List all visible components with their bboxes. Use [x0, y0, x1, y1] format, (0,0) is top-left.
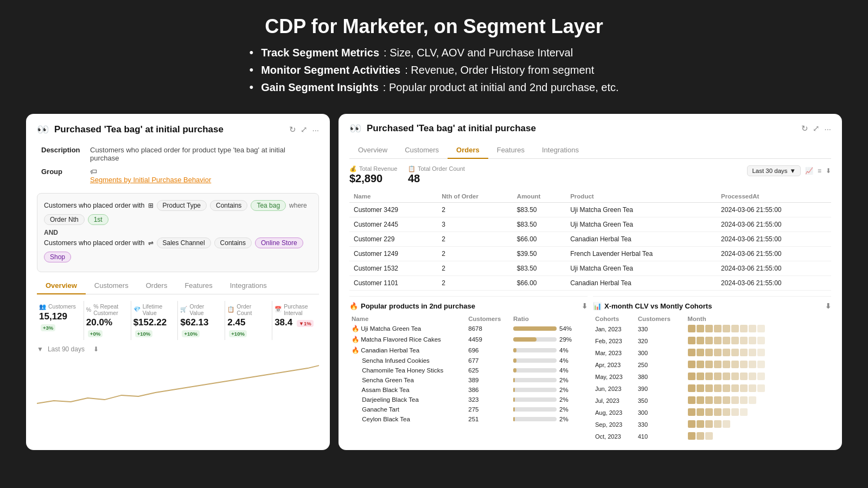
cohort-cell-empty: [766, 337, 774, 344]
filter2-value1: Online Store: [255, 237, 303, 248]
cohort-cell-empty: [757, 408, 765, 416]
metric-label-text-1: % Repeat Customer: [93, 303, 125, 316]
chart-toggle-icon[interactable]: 📈: [805, 167, 813, 175]
refresh-icon[interactable]: ↻: [289, 125, 296, 134]
total-revenue-metric: 💰 Total Revenue $2,890: [349, 165, 398, 185]
cohort-cell-empty: [731, 432, 739, 440]
cohort-cell: [723, 361, 730, 368]
filter1-order-label: Order Nth: [44, 214, 85, 225]
cohort-cell: [731, 396, 739, 404]
tab-integrations[interactable]: Integrations: [221, 278, 276, 294]
cohort-header: 📊 X-month CLV vs Montly Cohorts ⬇: [593, 302, 831, 310]
cell-date: 2024-03-06 21:55:00: [717, 217, 831, 232]
tab-orders[interactable]: Orders: [137, 278, 176, 294]
chart-icon: 📊: [593, 302, 602, 310]
cohort-cell: [723, 408, 730, 416]
cohort-cell: [705, 373, 713, 380]
cohort-cell-empty: [775, 384, 782, 392]
right-refresh-icon[interactable]: ↻: [801, 124, 808, 133]
right-tab-features[interactable]: Features: [488, 142, 533, 159]
orders-header: 💰 Total Revenue $2,890 📋 Total Order Cou…: [349, 165, 831, 185]
product-ratio-cell: 4%: [511, 365, 588, 375]
cohort-cell: [688, 349, 695, 356]
cohort-cell: [723, 396, 730, 404]
cohort-cell: [749, 373, 756, 380]
cell-amount: $83.50: [513, 217, 566, 232]
filter2-value2: Shop: [44, 252, 71, 262]
cohort-download-icon[interactable]: ⬇: [825, 302, 831, 310]
page-header: CDP for Marketer, on Segment Layer Track…: [0, 0, 868, 107]
date-selector[interactable]: Last 30 days ▼: [747, 165, 801, 176]
metric-label-text-3: Order Value: [189, 303, 219, 316]
cell-product: Uji Matcha Green Tea: [566, 217, 717, 232]
cohort-cell: [705, 408, 713, 416]
tab-overview[interactable]: Overview: [37, 278, 86, 294]
cohort-cell: [731, 373, 739, 380]
right-more-icon[interactable]: ···: [824, 124, 831, 133]
product-name-cell: 🔥 Canadian Herbal Tea: [349, 345, 466, 356]
cohort-cell: [714, 396, 722, 404]
right-tab-customers[interactable]: Customers: [396, 142, 448, 159]
table-row: Customer 1101 2 $66.00 Canadian Herbal T…: [349, 275, 831, 290]
popular-download-icon[interactable]: ⬇: [582, 302, 588, 310]
cohort-cell: [731, 384, 739, 392]
cell-name: Customer 3429: [349, 202, 437, 217]
cell-date: 2024-03-06 21:55:00: [717, 246, 831, 261]
cell-nth: 2: [437, 275, 513, 290]
meta-value-description: Customers who placed order for product t…: [86, 143, 319, 165]
cohort-cell: [749, 384, 756, 392]
more-icon[interactable]: ···: [312, 125, 319, 134]
metric-label-1: % % Repeat Customer: [86, 303, 125, 316]
total-orders-label: 📋 Total Order Count: [408, 165, 465, 172]
cohort-label: Apr, 2023: [593, 359, 636, 371]
left-panel-icons: ↻ ⤢ ···: [289, 125, 319, 134]
cell-name: Customer 1532: [349, 261, 437, 275]
expand-icon[interactable]: ⤢: [301, 125, 308, 134]
right-tab-integrations[interactable]: Integrations: [533, 142, 588, 159]
cell-name: Customer 2445: [349, 217, 437, 232]
metric-icon-0: 👥: [39, 303, 46, 310]
cell-product: Canadian Herbal Tea: [566, 232, 717, 246]
cohort-cells: [685, 407, 831, 419]
bullet-2-bold: Monitor Segment Activities: [261, 64, 400, 76]
col-customers: Customers: [466, 314, 511, 323]
cohort-label: Jan, 2023: [593, 323, 636, 335]
list-toggle-icon[interactable]: ≡: [818, 167, 821, 175]
cohort-cell-empty: [766, 432, 774, 440]
meta-table: Description Customers who placed order f…: [37, 143, 319, 187]
cohort-cell-empty: [783, 432, 791, 440]
cohort-cell-empty: [775, 408, 782, 416]
right-tab-overview[interactable]: Overview: [349, 142, 396, 159]
metric-item-1: % % Repeat Customer 20.0% +0%: [84, 301, 131, 340]
product-table-header: Name Customers Ratio: [349, 314, 588, 323]
metric-item-0: 👥 Customers 15,129 +3%: [37, 301, 84, 340]
cohort-cell-empty: [749, 408, 756, 416]
download-icon-left[interactable]: ⬇: [93, 345, 99, 353]
fire-icon: 🔥: [352, 347, 359, 354]
table-row: Customer 1249 2 $39.50 French Lavender H…: [349, 246, 831, 261]
right-tab-orders[interactable]: Orders: [448, 142, 488, 159]
tab-customers[interactable]: Customers: [86, 278, 137, 294]
metric-label-0: 👥 Customers: [39, 303, 78, 310]
tab-features[interactable]: Features: [176, 278, 221, 294]
cohort-cell-empty: [783, 337, 791, 344]
cohort-cell: [705, 337, 713, 344]
filter1-field: Product Type: [157, 200, 207, 211]
cohort-cell: [757, 337, 765, 344]
table-row: Customer 2445 3 $83.50 Uji Matcha Green …: [349, 217, 831, 232]
product-ratio-cell: 54%: [511, 323, 588, 334]
right-expand-icon[interactable]: ⤢: [813, 124, 820, 133]
right-panel-title: Purchased 'Tea bag' at initial purchase: [367, 123, 796, 134]
filter2-field-icon: ⇌: [148, 239, 154, 247]
cohort-cell: [714, 325, 722, 332]
download-icon-right[interactable]: ⬇: [826, 167, 831, 175]
cohort-cell: [688, 432, 695, 440]
list-item: Oct, 2023 410: [593, 431, 831, 442]
product-name-cell: Ceylon Black Tea: [349, 414, 466, 424]
cohort-cell: [740, 325, 748, 332]
metric-label-text-5: Purchase Interval: [284, 303, 314, 316]
bullet-1: Track Segment Metrics : Size, CLV, AOV a…: [249, 46, 618, 60]
cohort-cell: [688, 325, 695, 332]
cell-product: French Lavender Herbal Tea: [566, 246, 717, 261]
group-link[interactable]: Segments by Initial Purchase Behavior: [90, 176, 315, 184]
